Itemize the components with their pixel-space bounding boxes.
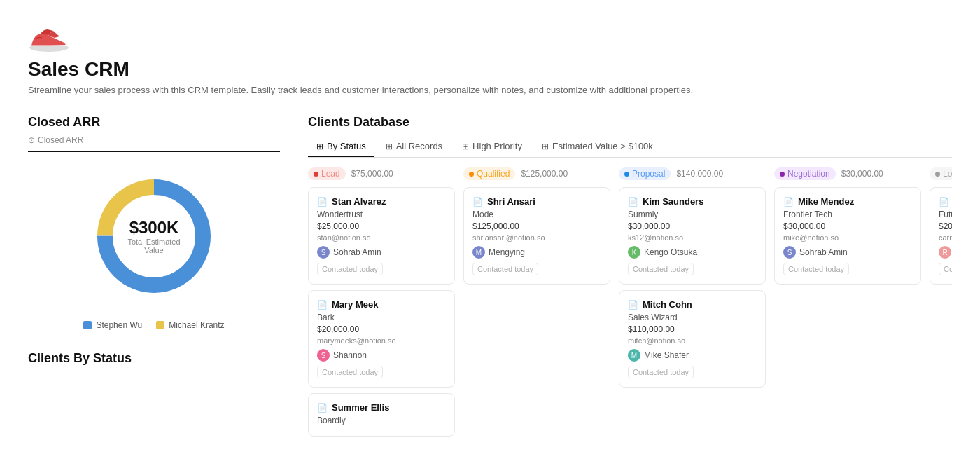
table-row[interactable]: 📄 Summer Ellis Boardly — [308, 393, 455, 437]
avatar: S — [317, 349, 330, 362]
legend-label-stephen: Stephen Wu — [96, 320, 142, 330]
card-contacted-status: Contacted today — [317, 366, 383, 378]
col-amount-qualified: $125,000.00 — [521, 169, 568, 179]
doc-icon: 📄 — [628, 197, 638, 207]
assignee-name: Sohrab Amin — [333, 247, 382, 257]
doc-icon: 📄 — [317, 403, 328, 413]
table-row[interactable]: 📄 Stan Alvarez Wondertrust$25,000.00stan… — [308, 187, 455, 285]
doc-icon: 📄 — [317, 300, 328, 310]
kanban-col-qualified: Qualified$125,000.00 📄 Shri Ansari Mode$… — [463, 167, 610, 442]
card-email: ks12@notion.so — [628, 233, 757, 242]
card-contacted-status: Contacted today — [783, 263, 849, 275]
card-name: 📄 Shri Ansari — [472, 196, 601, 207]
assignee-name: Sohrab Amin — [799, 247, 848, 257]
closed-arr-label: ⊙ Closed ARR — [28, 135, 280, 152]
donut-sublabel: Total Estimated Value — [119, 238, 189, 254]
card-assignee: K Kengo Otsuka — [628, 246, 757, 259]
card-company: Frontier Tech — [783, 210, 912, 219]
card-email: mike@notion.so — [783, 233, 912, 242]
card-assignee: M Mengying — [472, 246, 601, 259]
status-badge-proposal: Proposal — [619, 167, 671, 180]
legend-item-stephen: Stephen Wu — [83, 320, 142, 330]
card-email: stan@notion.so — [317, 233, 446, 242]
col-header-qualified: Qualified$125,000.00 — [463, 167, 610, 180]
card-email: shriansari@notion.so — [472, 233, 601, 242]
kanban-col-lead: Lead$75,000.00 📄 Stan Alvarez Wondertrus… — [308, 167, 455, 442]
legend-dot-michael — [156, 321, 164, 329]
table-row[interactable]: 📄 Shri Ansari Mode$125,000.00shriansari@… — [463, 187, 610, 285]
status-badge-lost: Lost — [930, 167, 952, 180]
card-assignee: S Shannon — [317, 349, 446, 362]
card-amount: $30,000.00 — [628, 221, 757, 231]
card-amount: $125,000.00 — [472, 221, 601, 231]
avatar: S — [783, 246, 796, 259]
card-assignee: S Sohrab Amin — [783, 246, 912, 259]
card-name: 📄 Kim Saunders — [628, 196, 757, 207]
assignee-name: Mengying — [489, 247, 525, 257]
tab-estimated-value-icon: ⊞ — [542, 142, 549, 151]
tab-high-priority[interactable]: ⊞ High Priority — [454, 137, 531, 157]
card-amount: $25,000.00 — [317, 221, 446, 231]
card-company: Future Labs — [939, 210, 952, 219]
clients-database-panel: Clients Database ⊞ By Status ⊞ All Recor… — [308, 115, 952, 442]
clients-db-title: Clients Database — [308, 115, 952, 130]
avatar: M — [628, 349, 640, 362]
card-company: Wondertrust — [317, 210, 446, 219]
kanban-col-negotiation: Negotiation$30,000.00 📄 Mike Mendez Fron… — [774, 167, 921, 442]
tab-by-status[interactable]: ⊞ By Status — [308, 137, 374, 157]
tab-all-records[interactable]: ⊞ All Records — [377, 137, 451, 157]
card-company: Bark — [317, 313, 446, 322]
status-badge-qualified: Qualified — [463, 167, 515, 180]
card-name: 📄 Summer Ellis — [317, 402, 446, 413]
card-company: Mode — [472, 210, 601, 219]
avatar: S — [317, 246, 330, 259]
card-name: 📄 Mitch Cohn — [628, 299, 757, 310]
card-assignee: R Ryo — [939, 246, 952, 259]
table-row[interactable]: 📄 Mitch Cohn Sales Wizard$110,000.00mitc… — [619, 290, 766, 388]
app-description: Streamline your sales process with this … — [28, 85, 952, 95]
avatar: M — [472, 246, 485, 259]
kanban-col-lost: Lost$20,000.00 📄 Carrie Duke Future Labs… — [930, 167, 952, 442]
status-badge-lead: Lead — [308, 167, 346, 180]
card-assignee: S Sohrab Amin — [317, 246, 446, 259]
tab-estimated-value[interactable]: ⊞ Estimated Value > $100k — [533, 137, 662, 157]
card-email: mitch@notion.so — [628, 336, 757, 345]
card-contacted-status: Contacted today — [317, 263, 383, 275]
legend-label-michael: Michael Krantz — [169, 320, 224, 330]
card-contacted-status: Contacted today — [939, 263, 952, 275]
doc-icon: 📄 — [472, 197, 483, 207]
col-header-proposal: Proposal$140,000.00 — [619, 167, 766, 180]
avatar: K — [628, 246, 640, 259]
chart-legend: Stephen Wu Michael Krantz — [28, 320, 280, 330]
card-name: 📄 Carrie Duke — [939, 196, 952, 207]
table-row[interactable]: 📄 Carrie Duke Future Labs$20,000.00carri… — [930, 187, 952, 285]
card-assignee: M Mike Shafer — [628, 349, 757, 362]
table-row[interactable]: 📄 Kim Saunders Summly$30,000.00ks12@noti… — [619, 187, 766, 285]
tab-high-priority-icon: ⊞ — [462, 142, 469, 151]
doc-icon: 📄 — [628, 300, 638, 310]
card-name: 📄 Stan Alvarez — [317, 196, 446, 207]
table-row[interactable]: 📄 Mary Meek Bark$20,000.00marymeeks@noti… — [308, 290, 455, 388]
kanban-col-proposal: Proposal$140,000.00 📄 Kim Saunders Summl… — [619, 167, 766, 442]
donut-chart: $300K Total Estimated Value — [84, 166, 224, 306]
card-name: 📄 Mary Meek — [317, 299, 446, 310]
col-amount-negotiation: $30,000.00 — [841, 169, 883, 179]
legend-item-michael: Michael Krantz — [156, 320, 224, 330]
kanban-board: Lead$75,000.00 📄 Stan Alvarez Wondertrus… — [308, 167, 952, 442]
card-contacted-status: Contacted today — [628, 263, 694, 275]
tab-by-status-icon: ⊞ — [316, 142, 323, 151]
doc-icon: 📄 — [939, 197, 949, 207]
database-tabs: ⊞ By Status ⊞ All Records ⊞ High Priorit… — [308, 137, 952, 158]
table-row[interactable]: 📄 Mike Mendez Frontier Tech$30,000.00mik… — [774, 187, 921, 285]
card-company: Summly — [628, 210, 757, 219]
card-amount: $110,000.00 — [628, 324, 757, 334]
col-amount-lead: $75,000.00 — [351, 169, 393, 179]
app-title: Sales CRM — [28, 58, 952, 81]
card-contacted-status: Contacted today — [472, 263, 538, 275]
col-header-negotiation: Negotiation$30,000.00 — [774, 167, 921, 180]
donut-center: $300K Total Estimated Value — [119, 218, 189, 254]
legend-dot-stephen — [83, 321, 92, 329]
card-amount: $30,000.00 — [783, 221, 912, 231]
card-company: Sales Wizard — [628, 313, 757, 322]
doc-icon: 📄 — [783, 197, 794, 207]
